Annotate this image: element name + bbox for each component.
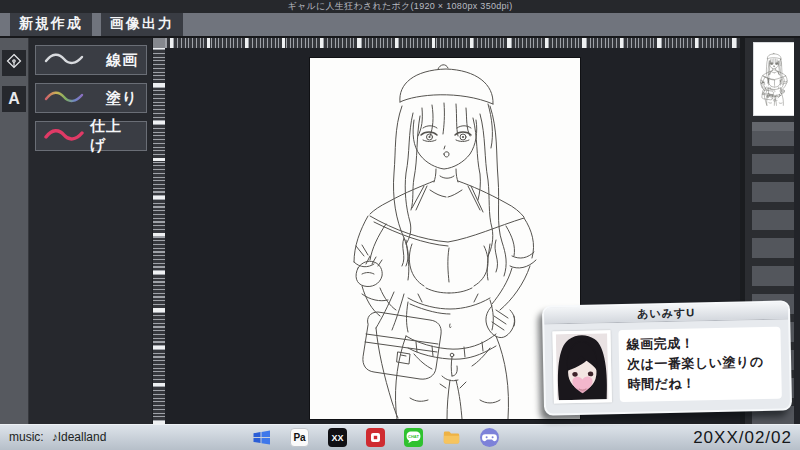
vertical-ruler bbox=[153, 48, 165, 424]
menu-bar: 新規作成 画像出力 bbox=[0, 13, 800, 38]
avatar-girl-face bbox=[555, 333, 608, 400]
chat-app-icon[interactable]: CHAT bbox=[404, 428, 423, 447]
layer-slot[interactable] bbox=[752, 210, 796, 230]
brush-coloring-label: 塗り bbox=[106, 89, 138, 108]
pink-stroke-icon bbox=[44, 126, 84, 146]
brush-panel: 線画 塗り 仕上げ bbox=[28, 38, 152, 424]
layer-thumbnail-art bbox=[754, 44, 794, 114]
taskbar: music:♪Idealland Pa XX bbox=[0, 424, 800, 450]
brush-lineart-label: 線画 bbox=[106, 51, 138, 70]
xx-app-icon[interactable]: XX bbox=[328, 428, 347, 447]
new-file-button[interactable]: 新規作成 bbox=[10, 13, 92, 36]
drawing-canvas[interactable] bbox=[310, 58, 580, 419]
dialog-message: 線画完成！ 次は一番楽しい塗りの 時間だね！ bbox=[618, 327, 781, 402]
horizontal-ruler bbox=[165, 38, 740, 48]
music-label: music: bbox=[9, 430, 44, 444]
layer-slot[interactable] bbox=[752, 266, 796, 286]
speaker-avatar bbox=[552, 330, 611, 403]
dialog-line: 時間だね！ bbox=[627, 372, 773, 395]
pen-tool-button[interactable] bbox=[2, 50, 26, 76]
ruler-corner bbox=[153, 38, 165, 48]
pen-nib-icon bbox=[6, 53, 22, 73]
chat-app-label: CHAT bbox=[408, 434, 419, 439]
title-bar: ギャルに人生狂わされたボク(1920 × 1080px 350dpi) bbox=[0, 0, 800, 13]
document-title: ギャルに人生狂わされたボク(1920 × 1080px 350dpi) bbox=[288, 1, 513, 11]
text-tool-button[interactable]: A bbox=[2, 86, 26, 112]
layer-slot[interactable] bbox=[752, 182, 796, 202]
layer-slot[interactable] bbox=[752, 122, 796, 146]
brush-coloring[interactable]: 塗り bbox=[35, 83, 147, 113]
taskbar-icons: Pa XX CHAT bbox=[252, 428, 499, 447]
layer-slot[interactable] bbox=[752, 238, 796, 258]
layer-thumbnail[interactable] bbox=[753, 42, 795, 116]
export-image-button[interactable]: 画像出力 bbox=[101, 13, 183, 36]
paint-app-label: Pa bbox=[293, 432, 305, 443]
lineart-stroke-icon bbox=[44, 50, 84, 70]
layer-slot[interactable] bbox=[752, 154, 796, 174]
windows-logo-icon[interactable] bbox=[252, 428, 271, 447]
app-window: ギャルに人生狂わされたボク(1920 × 1080px 350dpi) 新規作成… bbox=[0, 0, 800, 450]
folder-icon[interactable] bbox=[442, 428, 461, 447]
rainbow-stroke-icon bbox=[44, 88, 84, 108]
now-playing: music:♪Idealland bbox=[9, 430, 106, 444]
brush-finishing-label: 仕上げ bbox=[90, 117, 138, 155]
date-display: 20XX/02/02 bbox=[693, 428, 792, 448]
dialog-line: 次は一番楽しい塗りの bbox=[627, 352, 773, 375]
music-track: ♪Idealland bbox=[52, 430, 107, 444]
game-app-icon[interactable] bbox=[480, 428, 499, 447]
dialog-body: 線画完成！ 次は一番楽しい塗りの 時間だね！ bbox=[544, 319, 790, 403]
xx-app-label: XX bbox=[331, 433, 343, 443]
paint-app-icon[interactable]: Pa bbox=[290, 428, 309, 447]
text-tool-label: A bbox=[8, 90, 20, 108]
brush-lineart[interactable]: 線画 bbox=[35, 45, 147, 75]
brush-finishing[interactable]: 仕上げ bbox=[35, 121, 147, 151]
lineart-drawing bbox=[310, 58, 580, 419]
tool-strip: A bbox=[0, 38, 28, 424]
video-app-icon[interactable] bbox=[366, 428, 385, 447]
character-dialog[interactable]: あいみすU 線画完成！ 次は一番楽しい塗りの 時間だね！ bbox=[542, 300, 792, 415]
